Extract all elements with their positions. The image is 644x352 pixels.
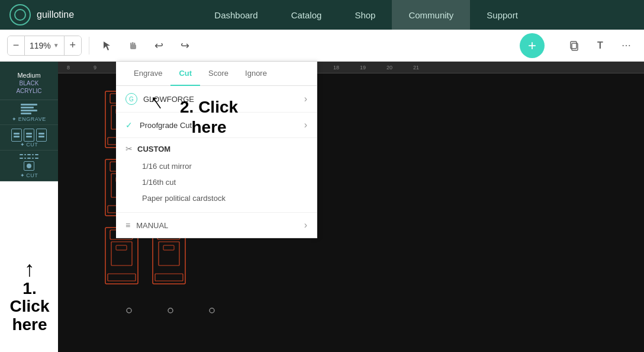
more-button[interactable]: ⋯	[616, 35, 637, 56]
copy-icon	[569, 40, 579, 51]
tab-score[interactable]: Score	[200, 62, 237, 86]
sidebar: Medium BLACK ACRYLIC ✦ ENGRAVE	[0, 62, 58, 181]
nav-dashboard[interactable]: Dashboard	[198, 0, 274, 30]
sidebar-wrapper: Medium BLACK ACRYLIC ✦ ENGRAVE	[0, 62, 58, 352]
material-detail2: ACRYLIC	[4, 87, 54, 95]
ruler-mark-21: 21	[413, 65, 440, 71]
cursor-tool-button[interactable]	[96, 35, 118, 56]
svg-rect-59	[155, 274, 183, 281]
svg-point-61	[168, 308, 173, 313]
nav-shop[interactable]: Shop	[338, 0, 392, 30]
custom-label: CUSTOM	[137, 145, 170, 153]
svg-rect-1	[130, 43, 132, 46]
manual-arrow-icon: ›	[304, 220, 307, 231]
cut-label-1: ✦ CUT	[20, 142, 38, 148]
glowforge-label: GLOWFORGE	[143, 95, 194, 104]
svg-rect-2	[132, 42, 134, 45]
custom-header: ✂ CUSTOM	[125, 144, 307, 153]
glowforge-arrow-icon: ›	[304, 94, 307, 104]
cursor-icon	[102, 40, 112, 51]
annotation-step1: ↑ 1. Click here	[1, 258, 58, 334]
app-logo[interactable]	[9, 4, 31, 25]
tab-ignore[interactable]: Ignore	[237, 62, 275, 86]
zoom-value: 119% ▼	[24, 36, 65, 56]
sidebar-section-cut1[interactable]: ✦ CUT	[0, 125, 58, 151]
material-indicator[interactable]: Medium BLACK ACRYLIC	[0, 66, 58, 100]
cut-settings-panel: ↑ 2. Click here Engrave Cut Score Ignore…	[116, 62, 317, 238]
app-name: guillotine	[37, 9, 74, 20]
zoom-control: − 119% ▼ +	[7, 36, 82, 56]
material-name: Medium	[4, 71, 54, 79]
logo-icon	[14, 9, 26, 21]
custom-item-2[interactable]: Paper political cardstock	[142, 190, 307, 206]
tab-engrave[interactable]: Engrave	[125, 62, 170, 86]
material-detail1: BLACK	[4, 79, 54, 87]
panel-proofgrade-section[interactable]: ✓ Proofgrade Cut ›	[116, 113, 317, 138]
ruler-mark-19: 19	[360, 65, 387, 71]
custom-item-0[interactable]: 1/16 cut mirror	[142, 158, 307, 174]
zoom-out-button[interactable]: −	[8, 36, 24, 56]
engrave-icon	[21, 104, 37, 114]
sidebar-section-cut2[interactable]: ✦ CUT	[0, 151, 58, 181]
cut-boxes-icon	[11, 129, 47, 142]
cut2-icon	[20, 154, 38, 171]
ruler-mark-8: 8	[67, 65, 94, 71]
main-content: ↑ 2. Click here Engrave Cut Score Ignore…	[58, 62, 644, 352]
check-icon: ✓	[125, 120, 133, 130]
nav-catalog[interactable]: Catalog	[275, 0, 339, 30]
nav-links: Dashboard Catalog Shop Community Support	[98, 0, 635, 30]
panel-tabs: Engrave Cut Score Ignore	[116, 62, 317, 86]
undo-button[interactable]: ↩	[149, 35, 170, 56]
panel-manual-section[interactable]: ≡ MANUAL ›	[116, 213, 317, 238]
svg-rect-53	[108, 274, 136, 281]
svg-rect-58	[163, 245, 174, 250]
svg-rect-52	[116, 245, 127, 250]
redo-button[interactable]: ↪	[175, 35, 196, 56]
panel-glowforge-section[interactable]: G GLOWFORGE ›	[116, 86, 317, 113]
nav-community[interactable]: Community	[392, 0, 470, 30]
ruler-mark-18: 18	[333, 65, 360, 71]
proofgrade-arrow-icon: ›	[304, 120, 307, 130]
toolbar-separator	[89, 37, 89, 55]
top-navigation: guillotine Dashboard Catalog Shop Commun…	[0, 0, 644, 30]
zoom-chevron-icon: ▼	[53, 42, 59, 49]
nav-support[interactable]: Support	[470, 0, 534, 30]
zoom-in-button[interactable]: +	[65, 36, 81, 56]
custom-scissors-icon: ✂	[125, 144, 133, 153]
cut2-plus-icon: ✦	[20, 172, 25, 178]
custom-item-1[interactable]: 1/16th cut	[142, 174, 307, 190]
manual-icon: ≡	[125, 220, 130, 230]
main-layout: Medium BLACK ACRYLIC ✦ ENGRAVE	[0, 62, 644, 352]
custom-items-list: 1/16 cut mirror 1/16th cut Paper politic…	[125, 158, 307, 206]
sidebar-section-engrave[interactable]: ✦ ENGRAVE	[0, 100, 58, 125]
toolbar: − 119% ▼ + ↩ ↪ + T ⋯	[0, 30, 644, 62]
svg-point-60	[127, 308, 131, 313]
panel-custom-section: ✂ CUSTOM 1/16 cut mirror 1/16th cut Pape…	[116, 138, 317, 213]
cut1-plus-icon: ✦	[20, 142, 25, 148]
text-button[interactable]: T	[590, 35, 611, 56]
engrave-plus-icon: ✦	[12, 116, 17, 122]
svg-rect-3	[134, 43, 136, 45]
tab-cut[interactable]: Cut	[170, 62, 200, 86]
arrow-up-icon: ↑	[1, 258, 58, 280]
hand-tool-button[interactable]	[123, 35, 144, 56]
glowforge-icon: G	[125, 93, 137, 105]
hand-icon	[128, 40, 139, 51]
ruler-mark-20: 20	[387, 65, 413, 71]
engrave-label: ✦ ENGRAVE	[12, 116, 46, 122]
manual-label: MANUAL	[136, 221, 168, 230]
svg-point-62	[210, 308, 214, 313]
copy-button[interactable]	[564, 35, 585, 56]
proofgrade-label: Proofgrade Cut	[140, 121, 192, 130]
cut-label-2: ✦ CUT	[20, 172, 38, 178]
add-button[interactable]: +	[520, 33, 545, 58]
